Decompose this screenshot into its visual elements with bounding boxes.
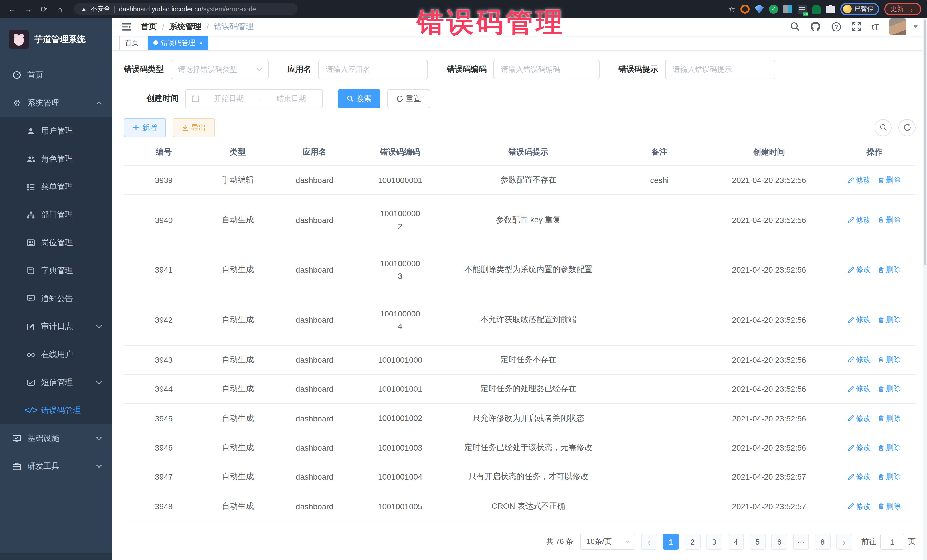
sidebar-item-departments[interactable]: 部门管理 <box>0 201 112 229</box>
sidebar-item-home[interactable]: 首页 <box>0 61 112 89</box>
tag-home[interactable]: 首页 <box>119 36 144 50</box>
sidebar-item-users[interactable]: 用户管理 <box>0 117 112 145</box>
svg-text:?: ? <box>834 24 838 30</box>
edit-link[interactable]: 修改 <box>848 265 871 275</box>
fullscreen-icon[interactable] <box>852 22 862 32</box>
edit-link[interactable]: 修改 <box>848 215 871 225</box>
cell-id: 3941 <box>124 245 204 295</box>
edit-link[interactable]: 修改 <box>848 315 871 325</box>
error-hint-input[interactable] <box>673 65 768 74</box>
page-button-5[interactable]: 5 <box>749 534 766 550</box>
not-secure-label[interactable]: 不安全 <box>91 5 110 13</box>
browser-back-button[interactable]: ← <box>6 3 18 15</box>
app-logo-row[interactable]: 芋道管理系统 <box>0 18 112 61</box>
page-button-1[interactable]: 1 <box>663 534 679 550</box>
app-name-input[interactable] <box>326 65 421 74</box>
font-size-icon[interactable]: tT <box>872 22 879 31</box>
page-button-3[interactable]: 3 <box>706 534 722 550</box>
error-code-input[interactable] <box>501 65 592 74</box>
sidebar-item-audit-log[interactable]: 审计日志 <box>0 313 112 340</box>
breadcrumb-system[interactable]: 系统管理 <box>169 22 201 32</box>
extension-icon-gem[interactable] <box>755 4 764 14</box>
cell-actions: 修改 删除 <box>833 374 916 404</box>
breadcrumb-home[interactable]: 首页 <box>141 22 157 32</box>
edit-link[interactable]: 修改 <box>848 384 871 394</box>
reset-button[interactable]: 重置 <box>388 89 430 108</box>
window-scrollbar[interactable] <box>923 18 927 560</box>
create-time-label: 创建时间 <box>147 94 179 104</box>
page-button-6[interactable]: 6 <box>771 534 787 550</box>
delete-link[interactable]: 删除 <box>878 265 901 275</box>
edit-link[interactable]: 修改 <box>848 413 871 423</box>
sidebar-item-sms[interactable]: 短信管理 <box>0 369 112 396</box>
delete-link[interactable]: 删除 <box>878 215 901 225</box>
browser-profile-chip[interactable]: 已暂停 <box>840 3 879 15</box>
help-icon[interactable]: ? <box>831 22 842 32</box>
delete-link[interactable]: 删除 <box>878 443 901 453</box>
sidebar-item-infrastructure[interactable]: 基础设施 <box>0 424 112 452</box>
header-search-icon[interactable] <box>790 22 800 32</box>
delete-link[interactable]: 删除 <box>878 355 901 365</box>
cell-type: 自动生成 <box>204 345 272 374</box>
github-icon[interactable] <box>810 21 821 32</box>
next-page-button[interactable]: › <box>836 534 852 550</box>
sidebar-item-posts[interactable]: 岗位管理 <box>0 229 112 256</box>
delete-link[interactable]: 删除 <box>878 175 901 185</box>
extension-icon-key[interactable] <box>812 4 821 14</box>
sidebar-item-notices[interactable]: 通知公告 <box>0 285 112 313</box>
bookmark-star-icon[interactable]: ☆ <box>728 4 736 14</box>
sidebar-item-menus[interactable]: 菜单管理 <box>0 173 112 201</box>
sidebar-item-error-codes[interactable]: </> 错误码管理 <box>0 396 112 424</box>
toggle-search-button[interactable] <box>874 119 892 136</box>
user-avatar[interactable] <box>889 18 906 35</box>
sidebar-item-roles[interactable]: 角色管理 <box>0 145 112 173</box>
address-bar[interactable]: ▲ 不安全 dashboard.yudao.iocoder.cn/system/… <box>74 3 298 15</box>
sidebar-item-system[interactable]: ⚙ 系统管理 <box>0 89 112 117</box>
edit-link[interactable]: 修改 <box>848 175 871 185</box>
extensions-puzzle-icon[interactable] <box>826 4 835 14</box>
sidebar-item-dev-tools[interactable]: 研发工具 <box>0 452 112 480</box>
cell-time: 2021-04-20 23:52:57 <box>705 492 833 521</box>
page-button-4[interactable]: 4 <box>728 534 744 550</box>
scrollbar-thumb[interactable] <box>924 20 926 265</box>
edit-link[interactable]: 修改 <box>848 472 871 482</box>
prev-page-button[interactable]: ‹ <box>641 534 657 550</box>
sidebar-item-dictionary[interactable]: 字典管理 <box>0 256 112 285</box>
delete-link[interactable]: 删除 <box>878 413 901 423</box>
browser-update-button[interactable]: 更新 ⋮ <box>884 3 921 15</box>
edit-link[interactable]: 修改 <box>848 355 871 365</box>
browser-home-button[interactable]: ⌂ <box>54 3 66 15</box>
error-code-table: 编号 类型 应用名 错误码编码 错误码提示 备注 创建时间 操作 3939 手动… <box>124 140 916 521</box>
extension-icon-grid[interactable] <box>783 4 792 14</box>
browser-reload-button[interactable]: ⟳ <box>38 3 50 15</box>
refresh-table-button[interactable] <box>898 119 916 136</box>
delete-link[interactable]: 删除 <box>878 501 901 511</box>
create-time-range-picker[interactable]: 开始日期 - 结束日期 <box>185 89 323 108</box>
page-size-select[interactable]: 10条/页 <box>580 534 635 550</box>
avatar-caret-icon[interactable] <box>913 25 918 28</box>
edit-link[interactable]: 修改 <box>848 501 871 511</box>
goto-page-input[interactable] <box>880 534 904 550</box>
add-button[interactable]: 新增 <box>124 118 166 137</box>
browser-forward-button[interactable]: → <box>22 3 34 15</box>
sidebar-item-online-users[interactable]: 在线用户 <box>0 340 112 369</box>
extension-icon-green[interactable] <box>769 4 778 14</box>
chevron-down-icon <box>96 436 102 440</box>
export-button[interactable]: 导出 <box>173 118 215 137</box>
sidebar-collapse-icon[interactable] <box>122 22 132 31</box>
extension-icon-switch[interactable] <box>798 4 807 14</box>
extension-icon-ring[interactable] <box>740 4 749 14</box>
tag-close-icon[interactable]: × <box>199 39 203 47</box>
page-button-8[interactable]: 8 <box>815 534 831 550</box>
browser-menu-icon[interactable]: ⋮ <box>908 6 915 12</box>
error-type-select[interactable]: 请选择错误码类型 <box>170 60 269 79</box>
page-ellipsis-button[interactable]: ··· <box>793 534 809 550</box>
page-button-2[interactable]: 2 <box>685 534 701 550</box>
delete-link[interactable]: 删除 <box>878 315 901 325</box>
tag-error-codes[interactable]: 错误码管理 × <box>148 36 208 50</box>
edit-link[interactable]: 修改 <box>848 443 871 453</box>
delete-link[interactable]: 删除 <box>878 384 901 394</box>
search-button[interactable]: 搜索 <box>338 89 380 108</box>
delete-link[interactable]: 删除 <box>878 472 901 482</box>
table-row: 3942 自动生成 dashboard 100100000 4 不允许获取敏感配… <box>124 295 916 345</box>
